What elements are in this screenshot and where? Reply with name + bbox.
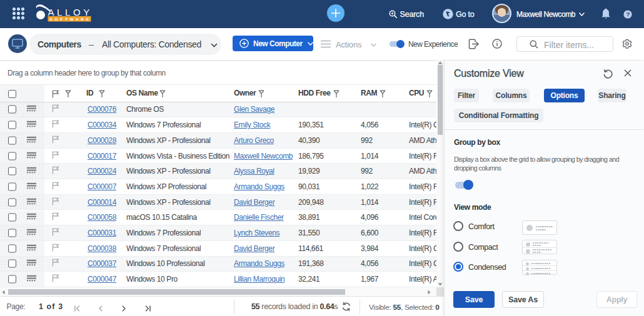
svg-text:?: ? xyxy=(626,11,630,17)
svg-text:SOFTWARE: SOFTWARE xyxy=(50,17,91,21)
svg-text:ALLOY: ALLOY xyxy=(48,7,93,17)
